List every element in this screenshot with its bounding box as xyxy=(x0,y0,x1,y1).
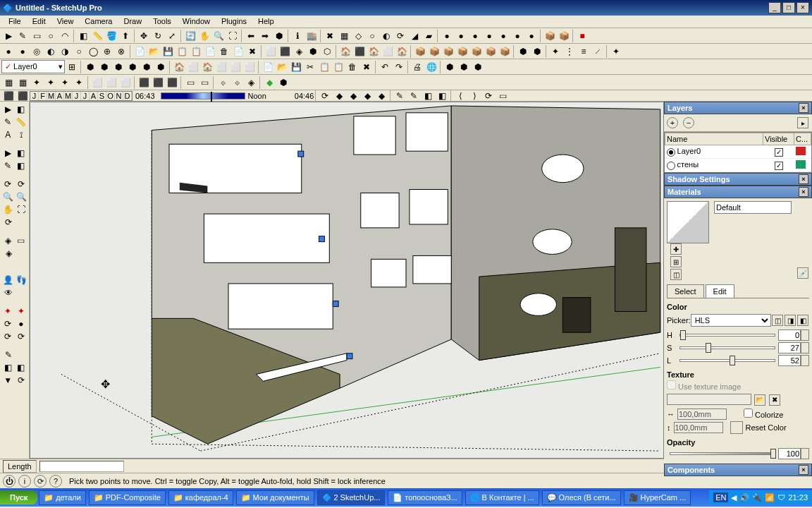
t3-5-icon[interactable]: ⬢ xyxy=(140,61,153,73)
t5-6-icon[interactable]: ✎ xyxy=(393,90,406,102)
box2-icon[interactable]: 📦 xyxy=(558,30,570,42)
red-tool-icon[interactable]: ■ xyxy=(576,30,589,42)
t4-5-icon[interactable]: ✦ xyxy=(59,76,71,89)
t3-17-icon[interactable]: 📋 xyxy=(318,61,331,73)
layer-color-swatch[interactable] xyxy=(796,160,806,169)
lt-4-icon[interactable]: ▶ xyxy=(2,147,14,159)
t3-11-icon[interactable]: ⬜ xyxy=(229,61,242,73)
mat-add-button[interactable]: ⊞ xyxy=(670,256,682,267)
t2-36-icon[interactable]: ⬢ xyxy=(517,45,529,58)
lt-16-icon[interactable]: ▭ xyxy=(16,234,27,247)
components-close-icon[interactable]: × xyxy=(799,465,808,475)
menu-file[interactable]: File xyxy=(3,16,27,28)
t3-10-icon[interactable]: ⬜ xyxy=(215,61,228,73)
pushpull-tool-icon[interactable]: ⬆ xyxy=(119,30,132,42)
task-item[interactable]: 🌐 В Контакте | ... xyxy=(465,490,539,505)
l-value[interactable] xyxy=(778,355,801,366)
tray-icon[interactable]: 🔊 xyxy=(739,493,749,502)
t4-7-icon[interactable]: ⬜ xyxy=(91,76,104,89)
layer-add-button[interactable]: + xyxy=(667,117,678,128)
t3-14-icon[interactable]: 📂 xyxy=(276,61,288,73)
x-icon[interactable]: ✖ xyxy=(324,30,336,42)
lt-29-icon[interactable]: ◧ xyxy=(16,361,27,374)
t3-9-icon[interactable]: 🏠 xyxy=(201,61,214,73)
t4-13-icon[interactable]: ▭ xyxy=(184,76,197,89)
materials-panel-head[interactable]: Materials × xyxy=(664,186,812,198)
lt-31-icon[interactable]: ⟳ xyxy=(16,374,27,387)
lt-14-icon[interactable]: ⟳ xyxy=(2,216,15,229)
lt-27-icon[interactable]: ✎ xyxy=(2,349,15,361)
t2-35-icon[interactable]: 📦 xyxy=(498,45,511,58)
lt-12-icon[interactable]: ✋ xyxy=(2,203,14,216)
t5-10-icon[interactable]: ⟨ xyxy=(454,90,467,102)
model-info-icon[interactable]: ℹ xyxy=(291,30,304,42)
lt-7-icon[interactable]: ◧ xyxy=(16,159,27,172)
close-button[interactable]: × xyxy=(796,2,809,13)
l-slider[interactable] xyxy=(679,359,775,362)
layer-row[interactable]: Layer0 ✓ xyxy=(665,145,811,159)
minimize-button[interactable]: _ xyxy=(768,2,781,13)
lt-11-icon[interactable]: 🔍 xyxy=(16,190,27,203)
t2-25-icon[interactable]: ⬛ xyxy=(353,45,366,58)
t2-24-icon[interactable]: 🏠 xyxy=(339,45,352,58)
task-item[interactable]: 📄 топоосноваЗ... xyxy=(388,490,462,505)
t3-6-icon[interactable]: ⬢ xyxy=(154,61,167,73)
t5-5-icon[interactable]: ◆ xyxy=(375,90,388,102)
t4-12-icon[interactable]: ⬛ xyxy=(166,76,178,89)
prev-view-icon[interactable]: ⬅ xyxy=(245,30,257,42)
t2-23-icon[interactable]: ⬡ xyxy=(321,45,333,58)
layer-color-swatch[interactable] xyxy=(796,147,806,155)
h-slider[interactable] xyxy=(679,334,775,337)
t3-23-icon[interactable]: 🖨 xyxy=(411,61,424,73)
materials-close-icon[interactable]: × xyxy=(799,187,808,197)
t4-1-icon[interactable]: ▦ xyxy=(2,76,15,89)
l-spin[interactable] xyxy=(801,355,809,366)
menu-tools[interactable]: Tools xyxy=(147,16,177,28)
shadow-panel-head[interactable]: Shadow Settings × xyxy=(664,173,812,186)
arc-tool-icon[interactable]: ◠ xyxy=(59,30,71,42)
t2-15-icon[interactable]: 📄 xyxy=(204,45,216,58)
t5-12-icon[interactable]: ⟳ xyxy=(482,90,495,102)
task-item[interactable]: 🎥 HyperCam ... xyxy=(624,490,691,505)
task-item[interactable]: 📁 кафедрал-4 xyxy=(168,490,233,505)
t4-16-icon[interactable]: ⟐ xyxy=(230,76,243,89)
hint-icon-3[interactable]: ⟳ xyxy=(34,475,47,488)
h-spin[interactable] xyxy=(801,329,809,341)
hint-icon-1[interactable]: ⏻ xyxy=(3,475,16,488)
picker-btn3[interactable]: ◧ xyxy=(797,315,808,326)
task-item[interactable]: 📁 PDF-Composite xyxy=(89,490,166,505)
lt-24-icon[interactable]: ● xyxy=(16,318,27,330)
t2-1-icon[interactable]: ● xyxy=(2,45,15,58)
t4-19-icon[interactable]: ⬢ xyxy=(277,76,290,89)
system-tray[interactable]: EN ◀ 🔊 🔌 📶 🛡 21:23 xyxy=(709,490,812,504)
sphere7-icon[interactable]: ● xyxy=(525,30,538,42)
t4-2-icon[interactable]: ▦ xyxy=(16,76,29,89)
viewport[interactable]: ✥ xyxy=(30,102,664,459)
lt-17-icon[interactable]: ◈ xyxy=(2,247,15,260)
maximize-button[interactable]: □ xyxy=(782,2,795,13)
material-name-input[interactable] xyxy=(714,201,792,214)
t2-26-icon[interactable]: 🏠 xyxy=(367,45,380,58)
t2-5-icon[interactable]: ◑ xyxy=(59,45,71,58)
s-spin[interactable] xyxy=(801,342,809,353)
t3-13-icon[interactable]: 📄 xyxy=(262,61,274,73)
lt-13-icon[interactable]: ⛶ xyxy=(16,203,27,216)
t4-4-icon[interactable]: ✦ xyxy=(44,76,57,89)
tab-edit[interactable]: Edit xyxy=(706,284,734,298)
t2-2-icon[interactable]: ● xyxy=(16,45,29,58)
shape5-icon[interactable]: ◢ xyxy=(408,30,421,42)
paint-tool-icon[interactable]: 🪣 xyxy=(105,30,118,42)
tex-browse-button[interactable]: 📂 xyxy=(754,394,765,406)
eyedropper-button[interactable]: 💉 xyxy=(797,267,808,279)
start-button[interactable]: Пуск xyxy=(0,490,37,504)
t3-27-icon[interactable]: ⬢ xyxy=(472,61,484,73)
t2-16-icon[interactable]: 🗑 xyxy=(218,45,230,58)
help-icon[interactable]: ? xyxy=(49,475,62,488)
opacity-slider[interactable] xyxy=(670,452,775,455)
lt-26-icon[interactable]: ⟳ xyxy=(16,330,27,343)
lang-indicator[interactable]: EN xyxy=(713,492,728,502)
t2-40-icon[interactable]: ≡ xyxy=(577,45,590,58)
tab-select[interactable]: Select xyxy=(667,284,704,298)
new-icon[interactable]: 📄 xyxy=(133,45,146,58)
lt-6-icon[interactable]: ✎ xyxy=(2,159,14,172)
